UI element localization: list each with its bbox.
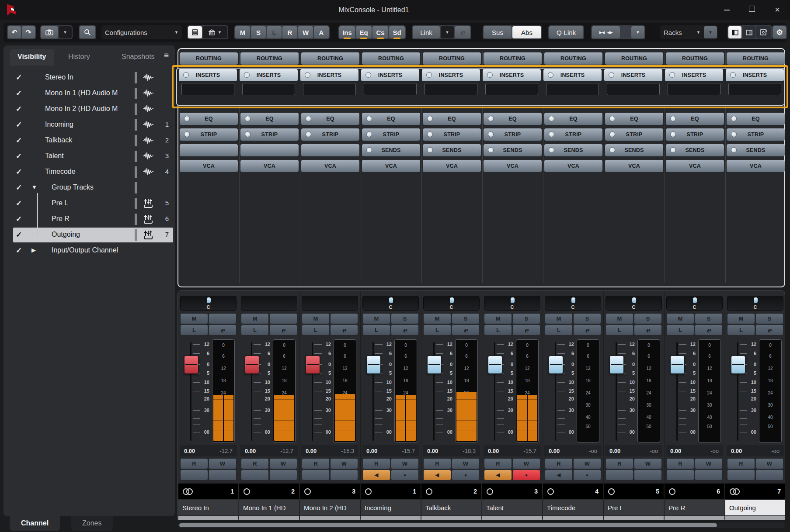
power-circle-icon[interactable] — [183, 72, 189, 78]
power-circle-icon[interactable] — [488, 147, 494, 153]
mute-button[interactable]: M — [545, 313, 573, 324]
eq-rack-header[interactable]: EQ — [423, 113, 481, 125]
channel-state-button-s[interactable]: S — [251, 26, 266, 38]
strip-rack-header[interactable]: STRIP — [544, 128, 602, 141]
panel-menu-icon[interactable]: ≡ — [164, 51, 169, 60]
edit-button[interactable]: e — [452, 325, 480, 335]
fader-db-value[interactable]: 0.00 — [245, 448, 256, 454]
channel-state-button-r[interactable]: R — [282, 26, 297, 38]
channel-name[interactable]: Stereo In — [178, 500, 238, 515]
eq-rack-header[interactable]: EQ — [666, 113, 724, 125]
eq-rack-header[interactable]: EQ — [484, 113, 542, 125]
mute-button[interactable]: M — [666, 313, 694, 324]
strip-rack-header[interactable]: STRIP — [180, 128, 238, 141]
peak-level-value[interactable]: -oo — [710, 448, 719, 454]
visibility-row-group-tracks[interactable]: ✓▼Group Tracks — [3, 180, 175, 196]
channel-name[interactable]: Timecode — [543, 500, 603, 515]
visibility-row-timecode[interactable]: ✓Timecode4 — [3, 164, 175, 180]
pan-control[interactable]: C — [666, 296, 723, 311]
pan-handle[interactable] — [511, 297, 515, 303]
power-circle-icon[interactable] — [549, 147, 554, 153]
power-circle-icon[interactable] — [365, 72, 371, 78]
listen-button[interactable]: L — [180, 325, 208, 335]
sends-rack-header[interactable]: SENDS — [423, 144, 481, 156]
snapshot-dropdown[interactable]: ▼ — [59, 26, 72, 38]
power-circle-icon[interactable] — [609, 116, 615, 121]
pan-handle[interactable] — [632, 297, 636, 303]
write-automation-button[interactable]: W — [695, 458, 723, 469]
horizontal-scrollbar[interactable] — [177, 522, 785, 528]
visibility-checkmark-icon[interactable]: ✓ — [16, 152, 22, 161]
rack-settings-icon[interactable] — [188, 26, 202, 38]
strip-rack-header[interactable]: STRIP — [240, 128, 299, 141]
search-icon[interactable] — [80, 26, 95, 38]
eq-rack-header[interactable]: EQ — [605, 113, 663, 125]
link-dropdown[interactable]: ▼ — [441, 26, 454, 38]
fader-handle[interactable] — [245, 356, 259, 374]
solo-button[interactable]: S — [755, 313, 783, 324]
minimize-button[interactable] — [714, 0, 739, 19]
channel-state-button-w[interactable]: W — [298, 26, 313, 38]
sends-rack-header[interactable]: SENDS — [362, 144, 420, 156]
mute-button[interactable]: M — [241, 313, 269, 324]
record-enable-button[interactable]: ● — [512, 470, 540, 480]
power-circle-icon[interactable] — [609, 131, 615, 137]
vca-rack-header[interactable]: VCA — [544, 160, 602, 172]
channel-color-strip[interactable] — [543, 516, 603, 520]
listen-button[interactable]: L — [362, 325, 390, 335]
monitor-button[interactable] — [606, 470, 633, 480]
visibility-checkmark-icon[interactable]: ✓ — [16, 120, 22, 129]
solo-button[interactable] — [209, 313, 237, 324]
channel-color-strip[interactable] — [361, 516, 421, 520]
power-circle-icon[interactable] — [366, 116, 372, 121]
vca-rack-header[interactable]: VCA — [240, 160, 299, 172]
power-circle-icon[interactable] — [245, 116, 251, 121]
listen-button[interactable]: L — [545, 325, 573, 335]
power-circle-icon[interactable] — [306, 131, 311, 137]
channel-color-strip[interactable] — [421, 516, 481, 520]
monitor-button[interactable] — [180, 470, 208, 480]
vca-rack-header[interactable]: VCA — [666, 160, 724, 172]
read-automation-button[interactable]: R — [545, 458, 573, 469]
peak-level-value[interactable]: -oo — [650, 448, 658, 454]
pan-control[interactable]: C — [545, 296, 601, 311]
insert-slot[interactable] — [242, 83, 295, 95]
camera-icon[interactable] — [41, 26, 58, 38]
sends-rack-header[interactable] — [301, 144, 359, 156]
peak-level-value[interactable]: -15.7 — [523, 448, 536, 454]
record-enable-button[interactable]: ● — [391, 470, 419, 480]
inserts-rack-header[interactable]: INSERTS — [604, 69, 662, 81]
read-automation-button[interactable]: R — [302, 458, 330, 469]
mute-button[interactable]: M — [484, 313, 512, 324]
power-circle-icon[interactable] — [244, 72, 250, 78]
vca-rack-header[interactable]: VCA — [727, 160, 785, 172]
power-circle-icon[interactable] — [730, 72, 736, 78]
fader-db-value[interactable]: 0.00 — [731, 448, 742, 454]
visibility-checkmark-icon[interactable]: ✓ — [16, 167, 22, 176]
write-automation-button[interactable]: W — [755, 458, 783, 469]
close-button[interactable]: × — [765, 0, 790, 19]
vca-rack-header[interactable]: VCA — [423, 160, 481, 172]
sends-rack-header[interactable]: SENDS — [727, 144, 785, 156]
vca-rack-header[interactable]: VCA — [605, 160, 663, 172]
record-enable-button[interactable]: ● — [452, 470, 480, 480]
monitor-button[interactable] — [302, 470, 330, 480]
fader-handle[interactable] — [670, 356, 685, 374]
pan-control[interactable]: C — [484, 296, 540, 311]
read-automation-button[interactable]: R — [241, 458, 269, 469]
channel-state-button-l[interactable]: L — [267, 26, 282, 38]
write-automation-button[interactable]: W — [209, 458, 237, 469]
power-circle-icon[interactable] — [731, 131, 737, 137]
read-automation-button[interactable]: R — [423, 458, 451, 469]
racks-extra-dropdown[interactable]: ▼ — [704, 26, 717, 38]
inserts-rack-header[interactable]: INSERTS — [240, 69, 298, 81]
solo-button[interactable]: S — [512, 313, 540, 324]
power-circle-icon[interactable] — [366, 131, 372, 137]
solo-button[interactable]: S — [634, 313, 662, 324]
pan-handle[interactable] — [571, 297, 575, 303]
power-circle-icon[interactable] — [488, 116, 494, 121]
pan-control[interactable]: C — [180, 296, 237, 311]
listen-button[interactable]: L — [606, 325, 633, 335]
record-enable-button[interactable] — [755, 470, 783, 480]
power-circle-icon[interactable] — [669, 72, 675, 78]
